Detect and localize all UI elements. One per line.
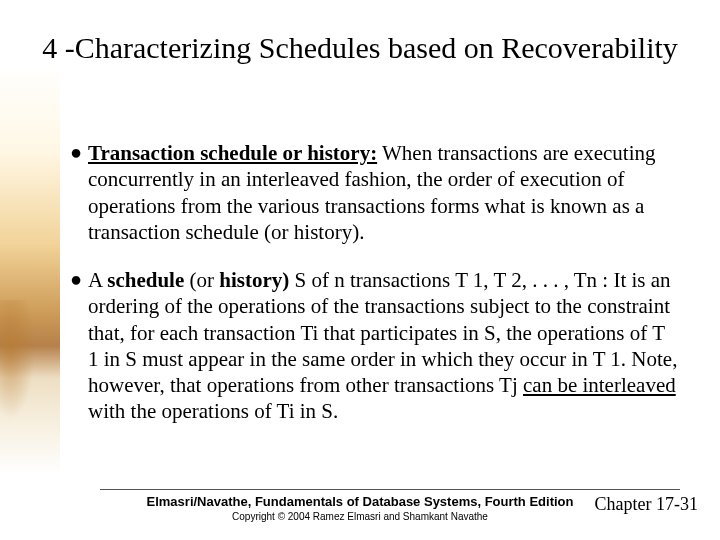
- decorative-shadow: [0, 300, 35, 420]
- bold-term: history): [219, 268, 289, 292]
- footer-book-title: Elmasri/Navathe, Fundamentals of Databas…: [147, 494, 574, 509]
- txt: A: [88, 268, 107, 292]
- footer-chapter: Chapter 17-31: [595, 494, 698, 515]
- bullet-text: Transaction schedule or history: When tr…: [88, 140, 680, 245]
- slide-title: 4 -Characterizing Schedules based on Rec…: [0, 30, 720, 66]
- txt: with the operations of Ti in S.: [88, 399, 338, 423]
- footer-rule: [100, 489, 680, 490]
- txt: (or: [184, 268, 219, 292]
- bullet-item: ● Transaction schedule or history: When …: [70, 140, 680, 245]
- bullet-lead: Transaction schedule or history:: [88, 141, 377, 165]
- bullet-marker-icon: ●: [70, 140, 88, 164]
- slide-footer: Elmasri/Navathe, Fundamentals of Databas…: [0, 489, 720, 522]
- bold-term: schedule: [107, 268, 184, 292]
- bullet-item: ● A schedule (or history) S of n transac…: [70, 267, 680, 425]
- footer-line-1: Elmasri/Navathe, Fundamentals of Databas…: [0, 494, 720, 509]
- decorative-sidebar: [0, 0, 60, 540]
- bullet-text: A schedule (or history) S of n transacti…: [88, 267, 680, 425]
- slide-body: ● Transaction schedule or history: When …: [70, 140, 680, 447]
- underline-phrase: can be interleaved: [523, 373, 676, 397]
- slide: 4 -Characterizing Schedules based on Rec…: [0, 0, 720, 540]
- bullet-marker-icon: ●: [70, 267, 88, 291]
